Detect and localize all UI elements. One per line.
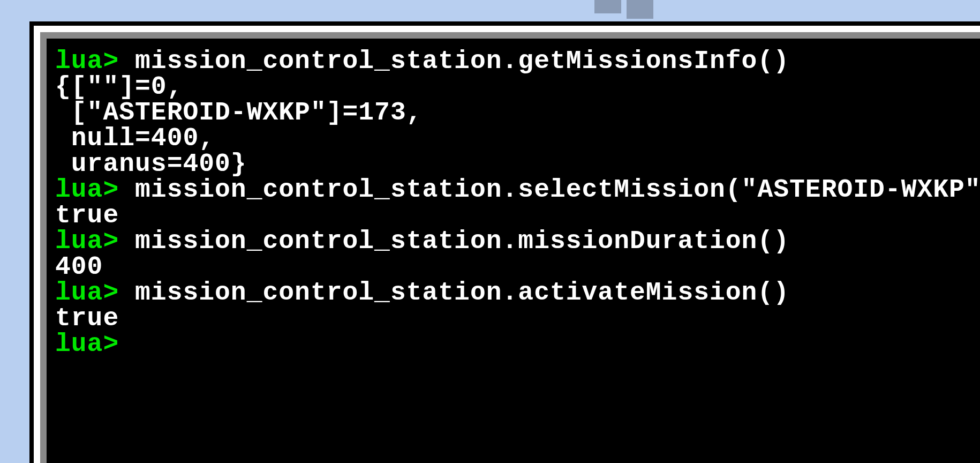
terminal-line-output: {[""]=0, — [55, 74, 971, 100]
terminal-window-inner: lua> mission_control_station.getMissions… — [40, 32, 980, 463]
command-input-area[interactable] — [119, 330, 135, 359]
terminal-window-frame: lua> mission_control_station.getMissions… — [29, 21, 980, 463]
command-text: mission_control_station.getMissionsInfo(… — [119, 47, 789, 76]
command-text: mission_control_station.activateMission(… — [119, 278, 789, 307]
terminal-line-output: ["ASTEROID-WXKP"]=173, — [55, 100, 971, 125]
lua-prompt: lua> — [55, 175, 119, 204]
lua-prompt: lua> — [55, 330, 119, 359]
terminal-line-command: lua> mission_control_station.getMissions… — [55, 48, 971, 74]
terminal-line-command: lua> mission_control_station.activateMis… — [55, 280, 971, 305]
terminal-line-prompt[interactable]: lua> — [55, 331, 971, 357]
lua-prompt: lua> — [55, 47, 119, 76]
terminal-line-output: true — [55, 305, 971, 331]
terminal-line-output: null=400, — [55, 125, 971, 151]
terminal-line-output: true — [55, 203, 971, 228]
lua-prompt: lua> — [55, 278, 119, 307]
command-text: mission_control_station.missionDuration(… — [119, 227, 789, 256]
terminal-line-output: uranus=400} — [55, 151, 971, 177]
pixel-decoration — [594, 0, 669, 21]
terminal-line-command: lua> mission_control_station.missionDura… — [55, 228, 971, 254]
terminal-line-output: 400 — [55, 254, 971, 280]
terminal-area[interactable]: lua> mission_control_station.getMissions… — [47, 39, 980, 463]
lua-prompt: lua> — [55, 227, 119, 256]
terminal-line-command: lua> mission_control_station.selectMissi… — [55, 177, 971, 203]
command-text: mission_control_station.selectMission("A… — [119, 175, 980, 204]
